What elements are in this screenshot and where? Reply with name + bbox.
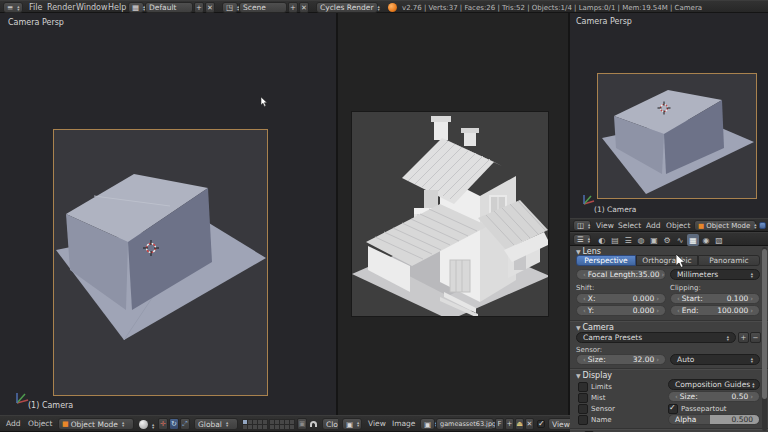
menu-help[interactable]: Help <box>108 3 126 12</box>
menu-image[interactable]: Image <box>392 419 416 428</box>
screen-add-button[interactable]: + <box>194 2 204 13</box>
open-image-button[interactable]: ⏏ <box>515 418 524 430</box>
shift-x-field[interactable]: X: 0.000 <box>576 293 666 304</box>
snap-magnet-icon[interactable] <box>310 421 317 427</box>
menu-render[interactable]: Render <box>47 3 75 12</box>
render-tab-icon[interactable]: ◐ <box>596 234 608 246</box>
modifiers-tab-icon[interactable]: ∿ <box>674 234 686 246</box>
menu-window[interactable]: Window <box>76 3 108 12</box>
render-layers-tab-icon[interactable]: ▤ <box>609 234 621 246</box>
texture-tab-icon[interactable]: ▧ <box>713 234 725 246</box>
name-row[interactable]: Name <box>578 415 612 425</box>
shift-y-field[interactable]: Y: 0.000 <box>576 305 666 316</box>
name-label: Name <box>591 416 612 424</box>
mist-row[interactable]: Mist <box>578 393 605 403</box>
screen-browse-button[interactable]: ▦ <box>128 2 144 13</box>
snap-target-select[interactable]: Closest <box>322 418 338 430</box>
display-channel-select[interactable]: View <box>548 418 570 430</box>
mode-select-right[interactable]: ■ Object Mode <box>694 220 756 231</box>
clip-start-value: 0.100 <box>727 294 748 303</box>
unlink-image-button[interactable]: ✕ <box>525 418 534 430</box>
view3d-editor-icon: ◫ <box>577 221 584 230</box>
fake-user-button[interactable]: F <box>495 418 504 430</box>
passepartout-row[interactable]: Passepartout <box>668 404 727 414</box>
viewport-right[interactable]: Camera Persp (1) Came <box>570 13 768 218</box>
stats-text: v2.76 | Verts:37 | Faces:26 | Tris:52 | … <box>402 4 702 12</box>
sensor-row[interactable]: Sensor <box>578 404 615 414</box>
pin-toggle[interactable] <box>537 420 545 428</box>
camera-presets-select[interactable]: Camera Presets <box>576 332 736 343</box>
mist-checkbox[interactable] <box>578 393 588 403</box>
editor-type-button[interactable]: ≡ <box>3 2 23 13</box>
shift-y-value: 0.000 <box>633 306 654 315</box>
layers-group-1[interactable] <box>242 419 267 429</box>
properties-scrollbar-thumb[interactable] <box>762 249 767 399</box>
render-toggle-button[interactable] <box>759 222 766 229</box>
alpha-slider[interactable]: Alpha 0.500 <box>668 414 760 425</box>
limits-row[interactable]: Limits <box>578 382 612 392</box>
render-engine-select[interactable]: Cycles Render <box>316 2 378 13</box>
preset-add-button[interactable]: + <box>738 332 749 343</box>
properties-editor-type-button[interactable]: ☰ <box>573 234 591 245</box>
focal-length-field[interactable]: Focal Length: 35.00 <box>576 269 666 280</box>
constraints-tab-icon[interactable]: ⚙ <box>661 234 673 246</box>
scene-name-field[interactable]: Scene <box>239 2 287 13</box>
manipulator-rotate-button[interactable]: ↻ <box>169 418 179 430</box>
preset-remove-button[interactable]: − <box>750 332 761 343</box>
shading-dropdown-arrow[interactable] <box>152 423 154 429</box>
image-browse-button[interactable]: ▣ <box>420 418 435 430</box>
material-tab-icon[interactable]: ◉ <box>700 234 712 246</box>
menu-view-right[interactable]: View <box>596 221 614 230</box>
lock-to-scene-icon[interactable]: ▣ <box>297 418 307 430</box>
menu-object[interactable]: Object <box>28 419 52 428</box>
image-editor-area[interactable] <box>338 13 570 415</box>
viewport-left[interactable]: Camera Persp <box>0 13 338 415</box>
limits-checkbox[interactable] <box>578 382 588 392</box>
menu-view-image-editor[interactable]: View <box>368 419 386 428</box>
camera-panel-header[interactable]: Camera <box>576 323 614 332</box>
image-name-field[interactable]: gameasset63.jpg <box>436 418 494 430</box>
manipulator-translate-button[interactable]: ✛ <box>158 418 168 430</box>
viewport-shading-icon[interactable] <box>139 420 148 429</box>
transform-orientation-select[interactable]: Global <box>194 418 238 430</box>
scene-add-button[interactable]: + <box>288 2 298 13</box>
mouse-cursor-secondary <box>261 97 269 108</box>
menu-add[interactable]: Add <box>6 419 21 428</box>
manipulator-scale-button[interactable]: ⤢ <box>180 418 190 430</box>
screen-delete-button[interactable]: ✕ <box>205 2 215 13</box>
composition-guides-select[interactable]: Composition Guides <box>668 379 760 390</box>
tab-perspective[interactable]: Perspective <box>576 255 636 266</box>
clip-start-field[interactable]: Start: 0.100 <box>670 293 760 304</box>
menu-file[interactable]: File <box>29 3 42 12</box>
layers-group-2[interactable] <box>269 419 294 429</box>
menu-select-right[interactable]: Select <box>618 221 641 230</box>
clip-end-value: 100.000 <box>717 306 748 315</box>
tab-panoramic[interactable]: Panoramic <box>698 255 760 266</box>
lens-unit-select[interactable]: Millimeters <box>670 269 760 280</box>
display-panel-header[interactable]: Display <box>576 371 612 380</box>
blender-logo <box>388 3 397 12</box>
clip-end-field[interactable]: End: 100.000 <box>670 305 760 316</box>
menu-object-right[interactable]: Object <box>666 221 690 230</box>
object-tab-icon[interactable]: ▣ <box>648 234 660 246</box>
scene-tab-icon[interactable]: ☰ <box>622 234 634 246</box>
passepartout-checkbox[interactable] <box>668 404 678 414</box>
sensor-fit-select[interactable]: Auto <box>670 354 760 365</box>
sensor-size-field[interactable]: Size: 32.00 <box>576 354 666 365</box>
image-editor-type-button[interactable]: ▣ <box>342 418 362 430</box>
passepartout-size-field[interactable]: Size: 0.50 <box>668 391 760 402</box>
menu-add-right[interactable]: Add <box>646 221 661 230</box>
world-tab-icon[interactable]: ◍ <box>635 234 647 246</box>
scene-render-left <box>54 130 267 395</box>
name-checkbox[interactable] <box>578 415 588 425</box>
screen-name-field[interactable]: Default <box>145 2 193 13</box>
view3d-editor-type-button[interactable]: ◫ <box>573 220 591 231</box>
tab-orthographic[interactable]: Orthographic <box>636 255 698 266</box>
scene-browse-button[interactable]: ◳ <box>222 2 238 13</box>
mode-select-left[interactable]: ■ Object Mode <box>58 418 134 430</box>
scene-delete-button[interactable]: ✕ <box>299 2 309 13</box>
object-data-tab-icon[interactable]: ▦ <box>687 234 699 246</box>
properties-scrollbar[interactable] <box>762 247 767 431</box>
new-image-button[interactable]: + <box>505 418 514 430</box>
sensor-checkbox[interactable] <box>578 404 588 414</box>
